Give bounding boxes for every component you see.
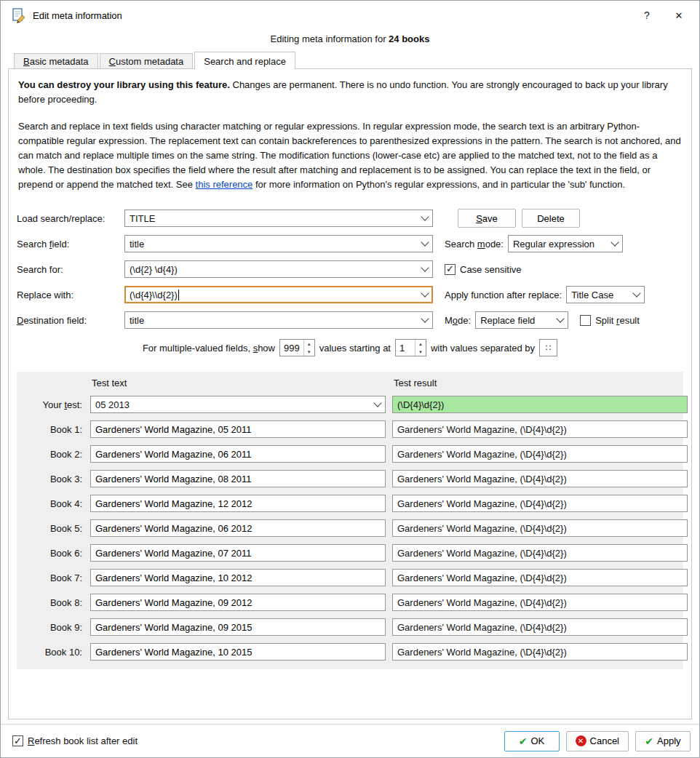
search-for-label: Search for: xyxy=(17,264,124,275)
apply-function-group: Apply function after replace: Title Case xyxy=(445,286,645,303)
book-test-input[interactable] xyxy=(90,445,386,463)
text-cursor xyxy=(178,290,179,300)
caption-book-count: 24 books xyxy=(389,33,429,44)
delete-button[interactable]: Delete xyxy=(522,209,580,228)
book-test-input[interactable] xyxy=(90,470,386,487)
search-field-combobox[interactable]: title xyxy=(124,235,433,252)
chevron-down-icon[interactable] xyxy=(629,287,644,303)
mode-group: Mode: Replace field Split result xyxy=(445,311,640,329)
book-row-label: Book 4: xyxy=(23,498,84,509)
search-mode-value: Regular expression xyxy=(513,239,594,250)
ok-button[interactable]: ✔ OK xyxy=(504,731,560,751)
description-part2: for more information on Python's regular… xyxy=(252,179,625,190)
chevron-down-icon[interactable] xyxy=(370,396,385,412)
book-test-input[interactable] xyxy=(90,495,386,512)
footer-bar: Refresh book list after edit ✔ OK ✕ Canc… xyxy=(1,724,699,757)
multi-label-1: For multiple-valued fields, show xyxy=(143,343,275,354)
replace-with-label: Replace with: xyxy=(17,290,124,300)
mode-combobox[interactable]: Replace field xyxy=(475,311,568,329)
book-test-input[interactable] xyxy=(90,420,386,438)
book-test-result: Gardeners' World Magazine, (\D{4}\d{2}) xyxy=(392,495,688,512)
separator-input[interactable]: ∷ xyxy=(539,339,557,356)
start-at-spinner[interactable]: 1 ▲▼ xyxy=(395,339,426,356)
load-buttons: Save Delete xyxy=(458,209,580,228)
book-test-result: Gardeners' World Magazine, (\D{4}\d{2}) xyxy=(392,519,688,537)
book-test-input[interactable] xyxy=(90,569,386,586)
close-button[interactable]: ✕ xyxy=(663,4,695,27)
search-for-combobox[interactable]: (\d{2} \d{4}) xyxy=(124,260,433,278)
chevron-down-icon[interactable] xyxy=(553,312,568,328)
search-for-row: Search for: (\d{2} \d{4}) Case sensitive xyxy=(17,260,683,278)
tab-custom-metadata[interactable]: Custom metadata xyxy=(100,53,194,68)
case-sensitive-checkbox[interactable] xyxy=(445,264,456,275)
refresh-book-list-label: Refresh book list after edit xyxy=(28,735,138,746)
help-button[interactable]: ? xyxy=(631,4,663,27)
book-test-result: Gardeners' World Magazine, (\D{4}\d{2}) xyxy=(392,420,688,438)
split-result-checkbox[interactable] xyxy=(580,315,591,326)
load-combobox[interactable]: TITLE xyxy=(124,210,433,227)
book-test-input[interactable] xyxy=(90,594,386,611)
cancel-x-icon: ✕ xyxy=(576,735,586,746)
mode-value: Replace field xyxy=(480,315,535,326)
destination-label: Destination field: xyxy=(17,315,124,326)
book-row-label: Book 9: xyxy=(23,622,84,633)
test-result-header: Test result xyxy=(392,378,688,388)
save-button[interactable]: Save xyxy=(458,209,516,228)
test-text-header: Test text xyxy=(90,378,386,388)
book-test-input[interactable] xyxy=(90,643,386,661)
apply-function-label: Apply function after replace: xyxy=(445,290,562,300)
chevron-down-icon[interactable] xyxy=(418,236,432,252)
replace-with-row: Replace with: (\d{4}\\d{2}) Apply functi… xyxy=(17,286,683,303)
book-test-input[interactable] xyxy=(90,519,386,537)
your-test-combobox[interactable]: 05 2013 xyxy=(90,396,386,413)
case-sensitive-group: Case sensitive xyxy=(445,264,522,275)
multi-label-2: values starting at xyxy=(319,343,391,354)
destination-combobox[interactable]: title xyxy=(124,311,433,329)
spinner-arrows-icon[interactable]: ▲▼ xyxy=(303,340,314,356)
edit-meta-dialog: Edit meta information ? ✕ Editing meta i… xyxy=(0,0,700,758)
refresh-book-list-checkbox[interactable] xyxy=(12,735,23,746)
dialog-caption: Editing meta information for 24 books xyxy=(1,30,699,51)
chevron-down-icon[interactable] xyxy=(418,261,432,277)
spinner-arrows-icon[interactable]: ▲▼ xyxy=(415,340,426,356)
cancel-button[interactable]: ✕ Cancel xyxy=(566,731,629,751)
your-test-label: Your test: xyxy=(23,399,84,410)
apply-label: Apply xyxy=(657,735,681,746)
search-for-value: (\d{2} \d{4}) xyxy=(130,264,178,275)
search-replace-panel: You can destroy your library using this … xyxy=(8,68,692,719)
destination-value: title xyxy=(130,315,144,326)
reference-link[interactable]: this reference xyxy=(196,179,253,190)
tab-search-and-replace[interactable]: Search and replace xyxy=(194,52,295,69)
case-sensitive-label: Case sensitive xyxy=(460,264,522,275)
check-icon: ✔ xyxy=(519,736,528,746)
search-mode-combobox[interactable]: Regular expression xyxy=(508,235,623,252)
book-row-label: Book 3: xyxy=(23,474,84,484)
check-icon: ✔ xyxy=(645,736,653,746)
book-test-result: Gardeners' World Magazine, (\D{4}\d{2}) xyxy=(392,470,688,487)
chevron-down-icon[interactable] xyxy=(418,287,432,303)
chevron-down-icon[interactable] xyxy=(418,210,432,226)
apply-button[interactable]: ✔ Apply xyxy=(635,731,691,751)
multiple-values-row: For multiple-valued fields, show 999 ▲▼ … xyxy=(17,338,683,357)
multi-label-3: with values separated by xyxy=(431,343,535,354)
book-test-result: Gardeners' World Magazine, (\D{4}\d{2}) xyxy=(392,643,688,661)
chevron-down-icon[interactable] xyxy=(418,312,432,328)
book-test-result: Gardeners' World Magazine, (\D{4}\d{2}) xyxy=(392,445,688,463)
tab-basic-metadata[interactable]: Basic metadata xyxy=(14,53,98,68)
warning-bold: You can destroy your library using this … xyxy=(18,79,230,90)
book-row-label: Book 8: xyxy=(23,597,84,608)
book-test-input[interactable] xyxy=(90,618,386,636)
chevron-down-icon[interactable] xyxy=(608,236,622,252)
show-values-value: 999 xyxy=(280,340,303,356)
load-row: Load search/replace: TITLE Save Delete xyxy=(17,210,683,227)
description-text: Search and replace in text fields using … xyxy=(18,119,682,192)
show-values-spinner[interactable]: 999 ▲▼ xyxy=(279,339,315,356)
replace-with-combobox[interactable]: (\d{4}\\d{2}) xyxy=(124,286,433,303)
search-field-row: Search field: title Search mode: Regular… xyxy=(17,235,683,252)
warning-text: You can destroy your library using this … xyxy=(18,78,682,107)
book-test-input[interactable] xyxy=(90,544,386,562)
cancel-label: Cancel xyxy=(590,735,619,746)
edit-metadata-icon xyxy=(11,7,27,23)
search-mode-group: Search mode: Regular expression xyxy=(445,235,623,252)
apply-function-combobox[interactable]: Title Case xyxy=(566,286,645,303)
